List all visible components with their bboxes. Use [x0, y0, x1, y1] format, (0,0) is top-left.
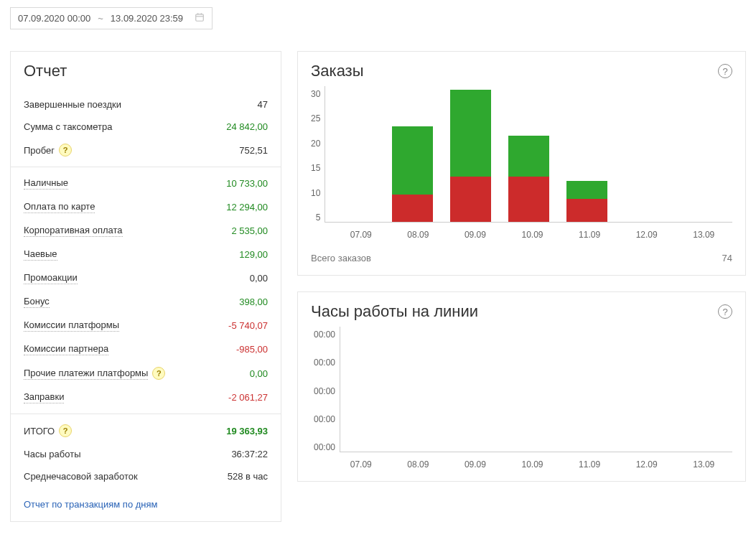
- report-row: Часы работы36:37:22: [11, 443, 281, 465]
- report-row: Комиссии партнера-985,00: [11, 337, 281, 361]
- y-tick: 10: [311, 188, 320, 198]
- report-row-label[interactable]: Наличные: [24, 177, 68, 190]
- x-tick: 09.09: [447, 230, 504, 240]
- report-row: Сумма с таксометра24 842,00: [11, 116, 281, 138]
- report-row-value: 12 294,00: [226, 202, 268, 213]
- x-tick: 08.09: [390, 230, 447, 240]
- date-range-picker[interactable]: 07.09.2020 00:00 ~ 13.09.2020 23:59: [10, 7, 213, 29]
- report-row: Прочие платежи платформы?0,00: [11, 361, 281, 386]
- report-row: Пробег?752,51: [11, 138, 281, 162]
- date-start: 07.09.2020 00:00: [18, 13, 90, 24]
- report-row-value: 398,00: [239, 296, 268, 307]
- y-tick: 00:00: [314, 386, 335, 396]
- report-row: Оплата по карте12 294,00: [11, 195, 281, 219]
- report-row-label[interactable]: Комиссии партнера: [24, 343, 108, 355]
- chart-bar: [566, 181, 607, 222]
- report-row: Наличные10 733,00: [11, 172, 281, 195]
- report-row-label[interactable]: Промоакции: [24, 272, 78, 284]
- report-section-payments: Наличные10 733,00Оплата по карте12 294,0…: [11, 167, 281, 414]
- orders-chart: 3025201510507.0908.0909.0910.0911.0912.0…: [311, 86, 732, 240]
- report-row-value: -5 740,07: [228, 320, 268, 331]
- help-badge-icon[interactable]: ?: [59, 424, 72, 437]
- y-tick: 30: [311, 89, 320, 99]
- y-tick: 00:00: [314, 414, 335, 424]
- transactions-by-day-link[interactable]: Отчет по транзакциям по дням: [24, 499, 157, 510]
- report-row: Корпоративная оплата2 535,00: [11, 219, 281, 243]
- x-tick: 08.09: [390, 459, 447, 470]
- y-tick: 00:00: [314, 330, 335, 340]
- report-row-value: 752,51: [239, 145, 268, 156]
- report-row-label: Среднечасовой заработок: [24, 471, 138, 482]
- report-row-value: 129,00: [239, 249, 268, 260]
- report-row: Заправки-2 061,27: [11, 386, 281, 409]
- x-tick: 10.09: [504, 459, 561, 470]
- orders-title: Заказы: [311, 62, 364, 80]
- report-row: Бонус398,00: [11, 290, 281, 314]
- report-row-value: 528 в час: [228, 471, 268, 482]
- help-badge-icon[interactable]: ?: [152, 367, 165, 380]
- report-row-label[interactable]: Комиссии платформы: [24, 319, 119, 332]
- report-row-value: 36:37:22: [231, 449, 268, 459]
- chart-bar: [450, 90, 491, 222]
- report-row-label: Пробег: [24, 145, 55, 156]
- y-tick: 5: [316, 213, 321, 223]
- y-tick: 15: [311, 163, 320, 173]
- x-tick: 09.09: [447, 459, 504, 470]
- report-card: Отчет Завершенные поездки47Сумма с таксо…: [10, 51, 281, 522]
- x-tick: 11.09: [561, 230, 618, 240]
- report-row-label[interactable]: Корпоративная оплата: [24, 225, 123, 237]
- y-tick: 25: [311, 113, 320, 123]
- report-row-label[interactable]: Прочие платежи платформы: [24, 368, 148, 380]
- report-row-value: 0,00: [250, 273, 268, 284]
- date-separator: ~: [98, 13, 103, 24]
- report-row-value: 47: [258, 99, 268, 110]
- orders-total-label: Всего заказов: [311, 253, 371, 263]
- report-row: Завершенные поездки47: [11, 93, 281, 116]
- report-row-label[interactable]: Бонус: [24, 296, 50, 308]
- x-tick: 10.09: [504, 230, 561, 240]
- report-row: Среднечасовой заработок528 в час: [11, 465, 281, 487]
- report-row-value: 19 363,93: [226, 426, 268, 436]
- report-row-value: 10 733,00: [226, 178, 268, 189]
- help-icon[interactable]: ?: [718, 304, 732, 319]
- y-tick: 20: [311, 139, 320, 149]
- chart-bar: [392, 126, 433, 222]
- report-row-value: 24 842,00: [226, 121, 268, 132]
- help-badge-icon[interactable]: ?: [59, 144, 72, 157]
- x-tick: 11.09: [561, 459, 618, 470]
- hours-chart: 00:0000:0000:0000:0000:0007.0908.0909.09…: [311, 327, 732, 470]
- report-row: ИТОГО?19 363,93: [11, 419, 281, 443]
- orders-total-value: 74: [722, 253, 732, 263]
- report-row-value: -985,00: [236, 344, 268, 355]
- x-tick: 12.09: [618, 230, 676, 240]
- report-section-totals: ИТОГО?19 363,93Часы работы36:37:22Средне…: [11, 414, 281, 492]
- report-row-label: ИТОГО: [24, 426, 55, 436]
- report-row-label: Сумма с таксометра: [24, 121, 112, 132]
- report-row: Промоакции0,00: [11, 266, 281, 290]
- x-tick: 07.09: [332, 459, 390, 470]
- hours-card: Часы работы на линии ? 00:0000:0000:0000…: [297, 291, 746, 482]
- svg-rect-0: [196, 14, 204, 21]
- report-row: Комиссии платформы-5 740,07: [11, 314, 281, 337]
- orders-card: Заказы ? 3025201510507.0908.0909.0910.09…: [297, 51, 746, 276]
- report-row-label[interactable]: Чаевые: [24, 248, 57, 261]
- report-link-row: Отчет по транзакциям по дням: [11, 492, 281, 521]
- report-row-label[interactable]: Заправки: [24, 391, 64, 403]
- help-icon[interactable]: ?: [718, 64, 732, 78]
- report-row-label: Часы работы: [24, 449, 81, 459]
- calendar-icon: [195, 12, 205, 24]
- report-row-label[interactable]: Оплата по карте: [24, 201, 95, 213]
- x-tick: 13.09: [675, 230, 732, 240]
- report-title: Отчет: [11, 52, 281, 89]
- y-tick: 00:00: [314, 442, 335, 452]
- x-tick: 12.09: [618, 459, 676, 470]
- report-row-value: 2 535,00: [231, 225, 268, 236]
- y-tick: 00:00: [314, 358, 335, 368]
- report-row-label: Завершенные поездки: [24, 99, 121, 110]
- x-tick: 07.09: [332, 230, 390, 240]
- x-tick: 13.09: [675, 459, 732, 470]
- date-end: 13.09.2020 23:59: [111, 13, 183, 24]
- report-row-value: -2 061,27: [228, 392, 268, 403]
- chart-bar: [508, 136, 549, 222]
- report-row-value: 0,00: [250, 368, 268, 379]
